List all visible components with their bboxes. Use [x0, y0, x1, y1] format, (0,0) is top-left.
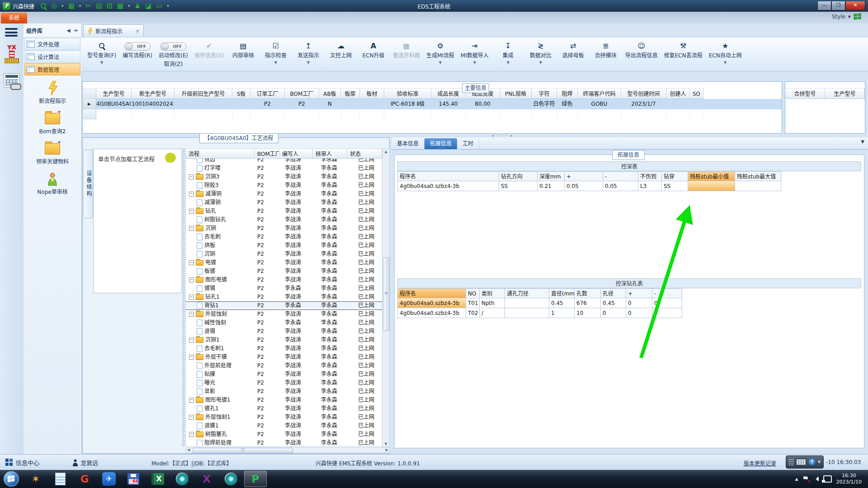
chevron-down-icon[interactable]: ▼ [818, 460, 821, 464]
keyboard-icon[interactable] [796, 459, 807, 465]
table-cell[interactable]: 0 [601, 308, 626, 318]
grid-cell[interactable]: 4G0BU04SA0 [96, 99, 132, 109]
collapse-panel-icon[interactable]: ▼ [861, 139, 864, 144]
tree-node[interactable]: 板镀 [186, 267, 255, 276]
column-header-残桩stub最小值[interactable]: 残桩stub最小值 [688, 171, 735, 181]
tree-node[interactable]: −钻孔 [186, 207, 255, 216]
dropdown-icon[interactable]: ▼ [539, 61, 542, 65]
tree-vertical-scrollbar[interactable]: ▲ ▼ [382, 149, 390, 447]
merge-model-grid[interactable]: 合拼型号生产型号 [785, 81, 865, 134]
tree-row-沉铜1[interactable]: −沉铜1P2李战涛李永森已上网 [186, 336, 382, 344]
tree-row-树脂钻孔[interactable]: 树脂钻孔P2李战涛李永森已上网 [186, 216, 382, 224]
life-ring-icon[interactable]: ◎ [51, 2, 57, 10]
collapse-icon[interactable]: − [189, 338, 194, 343]
table-cell[interactable]: 676 [575, 298, 601, 308]
tree-row-外层前处理[interactable]: 外层前处理P2李战涛李永森已上网 [186, 361, 382, 370]
dropdown-icon[interactable]: ▾ [128, 4, 130, 8]
tree-row-去毛刺[interactable]: 去毛刺P2李战涛李永森已上网 [186, 233, 382, 241]
taskbar-app-excel[interactable]: X [146, 471, 169, 487]
tree-row-沉铜[interactable]: −沉铜P2李战涛李永森已上网 [186, 224, 382, 233]
tree-row-板镀[interactable]: 板镀P2李战涛李永森已上网 [186, 267, 382, 276]
grid-cell[interactable]: P2 [285, 99, 319, 109]
tab-system[interactable]: 系统 [1, 13, 27, 23]
yx-logo-icon[interactable]: YX [2, 44, 21, 63]
column-header-终端客户代码[interactable]: 终端客户代码 [578, 88, 621, 99]
column-header-合拼型号[interactable]: 合拼型号 [785, 88, 825, 99]
grid-cell[interactable]: 绿色 [557, 99, 578, 109]
document-tab[interactable]: 新流程指示 × [83, 24, 144, 37]
column-header-不伤到[interactable]: 不伤到 [638, 171, 662, 181]
table-cell[interactable] [688, 181, 735, 191]
grid-cell[interactable] [341, 99, 360, 109]
scroll-down-icon[interactable]: ▼ [382, 442, 389, 446]
column-header-S板[interactable]: S板 [232, 88, 250, 99]
tree-row-外层干膜[interactable]: −外层干膜P2李战涛李永森已上网 [186, 353, 382, 361]
scroll-left-icon[interactable]: ◀ [187, 447, 190, 453]
tool-Nope单审核[interactable]: Nope单审核 [37, 171, 67, 195]
model-info-grid[interactable]: 生产型号新生产型号升级前旧生产型号S板订单工厂BOM工厂AB板板厚板材验收标准成… [82, 81, 782, 134]
table-cell[interactable]: SS [499, 181, 538, 191]
column-header-PNL规格[interactable]: PNL规格 [500, 88, 532, 99]
column-header-BOM工厂[interactable]: BOM工厂 [285, 88, 319, 99]
grid-cell[interactable] [500, 99, 532, 109]
column-header-通孔刀径[interactable]: 通孔刀径 [505, 288, 549, 298]
grid-cell[interactable] [666, 99, 690, 109]
tab-拓展信息[interactable]: 拓展信息 [425, 138, 457, 149]
column-header-BOM工厂[interactable]: BOM工厂 [255, 149, 279, 159]
start-button[interactable] [4, 471, 19, 487]
taskbar-app-eds[interactable]: P [244, 471, 267, 487]
toggle-off-switch[interactable]: OFF [160, 42, 186, 51]
tray-expand-icon[interactable]: ▲ [795, 477, 798, 481]
tree-row-外层蚀刻1[interactable]: −外层蚀刻1P2李战涛李永森已上网 [186, 413, 382, 422]
tree-node[interactable]: 沉铜 [186, 250, 255, 258]
column-header-板厚[interactable]: 板厚 [341, 88, 360, 99]
tool-Bom查询2[interactable]: Bom查询2 [39, 111, 66, 135]
tree-row-沉铜3[interactable]: −沉铜3P2李战涛李永森已上网 [186, 173, 382, 181]
tree-row-烘板[interactable]: 烘板P2李战涛李永森已上网 [186, 241, 382, 250]
tree-node[interactable]: 退锡 [186, 327, 255, 336]
network-icon[interactable] [823, 475, 832, 483]
table-data-row[interactable]: 4g0bu04sa0.szbz4-3bT01Npth0.456760.4500 [397, 298, 861, 308]
grid-cell[interactable]: 80.00 [466, 99, 500, 109]
taskbar-app-bird[interactable]: ✈ [98, 471, 120, 487]
dropdown-icon[interactable]: ▾ [61, 4, 64, 8]
table-cell[interactable]: L3 [638, 181, 662, 191]
column-header-状态[interactable]: 状态 [347, 149, 382, 159]
collapse-left-icon[interactable]: ◀ [65, 28, 71, 33]
grid-cell[interactable] [690, 99, 703, 109]
grid-cell[interactable]: 10010400202419 [132, 99, 175, 109]
column-header-生产型号[interactable]: 生产型号 [825, 88, 865, 99]
collapse-icon[interactable]: − [189, 192, 194, 197]
column-header-编写人[interactable]: 编写人 [279, 149, 313, 159]
taskbar-app-notepad[interactable] [49, 471, 71, 487]
tree-row-沉铜[interactable]: 沉铜P2李战涛李永森已上网 [186, 250, 382, 258]
grid-cell[interactable]: GOBU [578, 99, 621, 109]
table-cell[interactable]: 0 [652, 308, 682, 318]
info-center-button[interactable]: 信息中心 [5, 458, 39, 467]
taskbar-app-disc[interactable] [171, 471, 193, 487]
toolbar-button-型号查询(F)[interactable]: 型号查询(F)▼ [84, 39, 119, 65]
table-cell[interactable]: T01 [466, 298, 480, 308]
tree-node[interactable]: 树脂钻孔 [186, 216, 255, 224]
taskbar-app-disc2[interactable] [220, 471, 242, 487]
sidebar-item-文件处理[interactable]: 文件处理 [24, 38, 80, 50]
dropdown-icon[interactable]: ▼ [274, 61, 277, 65]
tool-新流程指示[interactable]: 新流程指示 [39, 80, 66, 104]
column-header-钻穿[interactable]: 钻穿 [662, 171, 688, 181]
toolbar-button-生成MI流程[interactable]: ⚙生成MI流程▼ [423, 39, 458, 65]
chart-icon[interactable]: ◪ [145, 2, 151, 10]
scissors-icon[interactable]: ✂ [85, 2, 91, 10]
toolbar-button-发送指示[interactable]: ↥发送指示▼ [292, 39, 325, 65]
search-icon[interactable] [41, 3, 47, 9]
column-header-程序名[interactable]: 程序名 [397, 171, 499, 181]
dropdown-icon[interactable]: ▼ [439, 61, 442, 65]
user-icon[interactable]: ♟ [134, 2, 140, 10]
tab-基本信息[interactable]: 基本信息 [392, 138, 425, 149]
column-header--[interactable]: - [603, 171, 638, 181]
tab-工时[interactable]: 工时 [457, 138, 479, 149]
tree-node[interactable]: 贴膜 [186, 370, 255, 379]
tree-row-背钻1[interactable]: 背钻1P2李永森李永森已上网 [186, 301, 382, 310]
tree-node[interactable]: 曝光 [186, 379, 255, 387]
toolbar-button-集成[interactable]: ↧集成▼ [492, 39, 524, 65]
tree-row-去毛刺1[interactable]: 去毛刺1P2李战涛李永森已上网 [186, 344, 382, 353]
